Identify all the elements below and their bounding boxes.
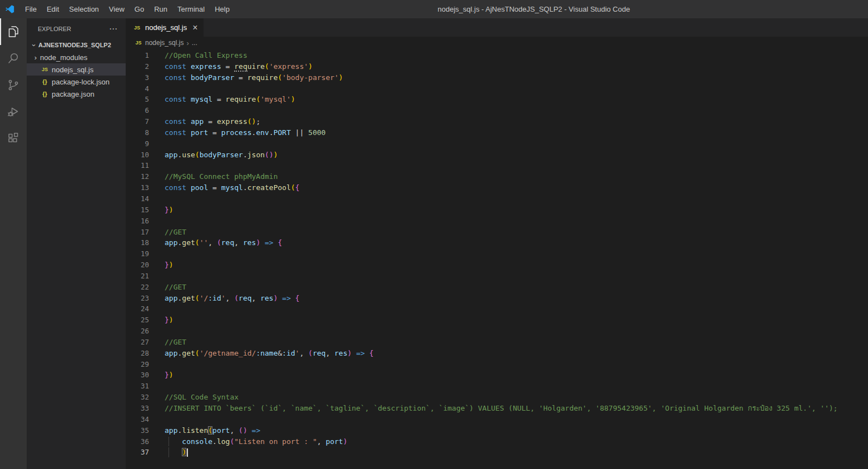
breadcrumb-file[interactable]: nodejs_sql.js	[145, 39, 183, 47]
source-control-icon[interactable]	[0, 72, 27, 98]
line-content[interactable]: app.get('', (req, res) => {	[165, 237, 282, 248]
menu-run[interactable]: Run	[149, 0, 172, 18]
more-actions-icon[interactable]: ⋯	[109, 26, 118, 32]
debug-icon[interactable]	[0, 98, 27, 125]
line-content[interactable]: app.get('/:id', (req, res) => {	[165, 293, 300, 304]
code-line-30[interactable]: 30})	[126, 370, 868, 381]
code-token: const	[165, 95, 186, 103]
file-nodejs_sql.js[interactable]: JSnodejs_sql.js	[27, 63, 126, 76]
line-content[interactable]: const bodyParser = require('body-parser'…	[165, 72, 343, 83]
code-line-27[interactable]: 27//GET	[126, 337, 868, 348]
code-token: (	[291, 183, 295, 192]
line-content[interactable]: //GET	[165, 227, 186, 238]
code-line-8[interactable]: 8const port = process.env.PORT || 5000	[126, 127, 868, 138]
code-line-26[interactable]: 26	[126, 326, 868, 337]
line-number: 33	[126, 403, 149, 414]
extensions-icon[interactable]	[0, 125, 27, 152]
code-line-7[interactable]: 7const app = express();	[126, 116, 868, 127]
code-line-16[interactable]: 16	[126, 216, 868, 227]
code-line-23[interactable]: 23app.get('/:id', (req, res) => {	[126, 293, 868, 304]
code-line-25[interactable]: 25})	[126, 315, 868, 326]
code-line-4[interactable]: 4	[126, 83, 868, 94]
code-line-13[interactable]: 13const pool = mysql.createPool({	[126, 182, 868, 193]
code-token: )	[169, 371, 173, 379]
code-line-35[interactable]: 35app.listen(port, () =>	[126, 425, 868, 436]
code-line-3[interactable]: 3const bodyParser = require('body-parser…	[126, 72, 868, 83]
code-line-31[interactable]: 31	[126, 381, 868, 392]
code-token: //GET	[165, 283, 186, 291]
code-line-22[interactable]: 22//GET	[126, 282, 868, 293]
line-content[interactable]: //GET	[165, 282, 186, 293]
code-line-9[interactable]: 9	[126, 138, 868, 149]
code-token: const	[165, 117, 186, 126]
code-line-19[interactable]: 19	[126, 248, 868, 260]
line-content[interactable]: console.log("Listen on port : ", port)	[165, 436, 348, 447]
line-content[interactable]: const mysql = require('mysql')	[165, 94, 295, 105]
tab-nodejs-sql-js[interactable]: JS nodejs_sql.js ×	[126, 18, 204, 37]
code-line-37[interactable]: 37 )	[126, 447, 868, 458]
file-label: nodejs_sql.js	[52, 66, 93, 74]
code-line-20[interactable]: 20})	[126, 260, 868, 271]
menu-view[interactable]: View	[104, 0, 130, 18]
file-package-lock.json[interactable]: {}package-lock.json	[27, 76, 126, 88]
code-line-2[interactable]: 2const express = require('express')	[126, 61, 868, 72]
line-content[interactable]: app.listen(port, () =>	[165, 425, 260, 436]
code-line-6[interactable]: 6	[126, 105, 868, 116]
line-content[interactable]: //GET	[165, 337, 186, 348]
code-line-15[interactable]: 15})	[126, 204, 868, 216]
code-line-28[interactable]: 28app.get('/getname_id/:name&:id', (req,…	[126, 348, 868, 359]
code-line-21[interactable]: 21	[126, 271, 868, 282]
code-token: req	[313, 349, 325, 357]
code-token: =	[212, 128, 217, 137]
line-content[interactable]: const port = process.env.PORT || 5000	[165, 127, 326, 138]
line-content[interactable]: //SQL Code Syntax	[165, 392, 239, 403]
line-content[interactable]: //INSERT INTO `beers` (`id`, `name`, `ta…	[165, 403, 837, 414]
folder-root-row[interactable]: › AJNESTNODEJS_SQLP2	[27, 39, 126, 51]
menu-terminal[interactable]: Terminal	[172, 0, 210, 18]
line-content[interactable]: const express = require('express')	[165, 61, 313, 72]
menu-go[interactable]: Go	[130, 0, 149, 18]
code-line-29[interactable]: 29	[126, 359, 868, 370]
code-line-1[interactable]: 1//Open Call Express	[126, 50, 868, 61]
code-line-24[interactable]: 24	[126, 303, 868, 315]
menu-help[interactable]: Help	[210, 0, 235, 18]
code-line-12[interactable]: 12//MySQL Connect phpMyAdmin	[126, 171, 868, 182]
line-content[interactable]: })	[165, 204, 173, 216]
line-content[interactable]: )	[165, 447, 188, 458]
code-line-36[interactable]: 36 console.log("Listen on port : ", port…	[126, 436, 868, 447]
code-token: =	[212, 183, 217, 192]
code-line-32[interactable]: 32//SQL Code Syntax	[126, 392, 868, 403]
menu-file[interactable]: File	[20, 0, 42, 18]
line-content[interactable]: app.use(bodyParser.json())	[165, 149, 278, 161]
code-token: 'express'	[269, 62, 308, 71]
close-tab-icon[interactable]: ×	[192, 24, 197, 32]
code-line-14[interactable]: 14	[126, 193, 868, 204]
line-content[interactable]: app.get('/getname_id/:name&:id', (req, r…	[165, 348, 374, 359]
line-content[interactable]: const app = express();	[165, 116, 260, 127]
file-package.json[interactable]: {}package.json	[27, 88, 126, 100]
code-editor[interactable]: 1//Open Call Express2const express = req…	[126, 49, 868, 469]
line-content[interactable]: //Open Call Express	[165, 50, 247, 61]
line-content[interactable]: })	[165, 315, 173, 326]
menu-selection[interactable]: Selection	[64, 0, 103, 18]
code-token: (	[265, 151, 269, 159]
code-line-18[interactable]: 18app.get('', (req, res) => {	[126, 237, 868, 248]
line-content[interactable]: const pool = mysql.createPool({	[165, 182, 300, 193]
line-content[interactable]: //MySQL Connect phpMyAdmin	[165, 171, 278, 182]
search-icon[interactable]	[0, 45, 27, 72]
code-line-10[interactable]: 10app.use(bodyParser.json())	[126, 149, 868, 161]
code-line-11[interactable]: 11	[126, 160, 868, 171]
breadcrumb-symbol[interactable]: ...	[192, 39, 197, 47]
code-token	[212, 117, 217, 126]
folder-node_modules[interactable]: ›node_modules	[27, 51, 126, 63]
files-icon[interactable]	[0, 18, 27, 45]
line-content[interactable]: })	[165, 260, 173, 271]
file-label: package.json	[52, 90, 95, 98]
code-token: express	[191, 62, 221, 71]
menu-edit[interactable]: Edit	[42, 0, 64, 18]
code-line-5[interactable]: 5const mysql = require('mysql')	[126, 94, 868, 105]
code-line-34[interactable]: 34	[126, 414, 868, 425]
code-line-17[interactable]: 17//GET	[126, 227, 868, 238]
code-line-33[interactable]: 33//INSERT INTO `beers` (`id`, `name`, `…	[126, 403, 868, 414]
line-content[interactable]: })	[165, 370, 173, 381]
